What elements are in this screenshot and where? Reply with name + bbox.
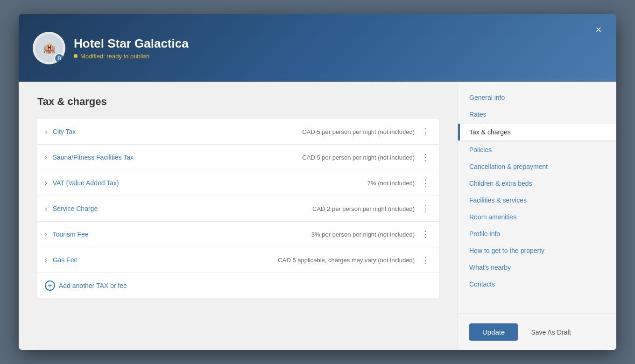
sidebar-nav-item[interactable]: What's nearby <box>458 259 616 276</box>
tax-value: CAD 5 per person per night (not included… <box>302 154 415 161</box>
modal-body: Tax & charges › City Tax CAD 5 per perso… <box>19 82 616 350</box>
nav-item-label: Children & extra beds <box>469 180 532 187</box>
tax-value: CAD 2 per person per night (included) <box>312 205 415 212</box>
nav-item-label: Room amenities <box>469 213 516 221</box>
save-draft-button[interactable]: Save As Draft <box>523 323 579 341</box>
nav-item-label: Facilities & services <box>469 196 527 204</box>
hotel-logo: 🏨 B <box>33 32 65 64</box>
tax-item: › City Tax CAD 5 per person per night (n… <box>37 119 439 145</box>
sidebar-nav-item[interactable]: Room amenities <box>458 209 616 225</box>
page-title: Tax & charges <box>37 96 439 108</box>
nav-item-label: General info <box>469 94 505 101</box>
sidebar-nav-item[interactable]: Cancellation & prepayment <box>458 158 616 175</box>
chevron-right-icon[interactable]: › <box>45 205 47 212</box>
sidebar-nav-item[interactable]: Contacts <box>458 276 616 293</box>
status-dot-icon <box>74 54 78 58</box>
more-options-icon[interactable]: ⋮ <box>419 151 431 163</box>
sidebar-nav-item[interactable]: General info <box>458 89 616 106</box>
close-button[interactable]: × <box>591 22 606 37</box>
nav-item-label: Tax & charges <box>469 128 511 136</box>
plus-circle-icon: + <box>45 280 55 291</box>
sidebar-nav-item[interactable]: Policies <box>458 141 616 158</box>
tax-value: 3% per person per night (not included) <box>311 231 415 238</box>
tax-name[interactable]: Tourism Fee <box>53 231 311 238</box>
add-tax-button[interactable]: +Add another TAX or fee <box>37 273 134 298</box>
chevron-right-icon[interactable]: › <box>45 128 47 135</box>
nav-item-label: Cancellation & prepayment <box>469 163 548 170</box>
tax-name[interactable]: Service Charge <box>53 205 312 212</box>
sidebar-nav-item[interactable]: Profile info <box>458 225 616 242</box>
nav-item-label: Contacts <box>469 280 495 288</box>
nav-item-label: How to get to the property <box>469 247 544 254</box>
status-text: Modified: ready to publish <box>80 53 149 60</box>
hotel-status: Modified: ready to publish <box>74 53 189 60</box>
nav-item-label: Profile info <box>469 230 500 238</box>
chevron-right-icon[interactable]: › <box>45 256 47 264</box>
modal-header: × 🏨 B Hotel Star Galactica Modified: rea… <box>19 14 616 82</box>
more-options-icon[interactable]: ⋮ <box>419 177 431 189</box>
more-options-icon[interactable]: ⋮ <box>419 126 431 138</box>
hotel-info: Hotel Star Galactica Modified: ready to … <box>74 36 189 60</box>
sidebar-nav-item[interactable]: How to get to the property <box>458 242 616 259</box>
tax-name[interactable]: Gas Fee <box>53 256 278 264</box>
sidebar-nav-item[interactable]: Tax & charges <box>458 124 616 140</box>
tax-list: › City Tax CAD 5 per person per night (n… <box>37 119 439 298</box>
more-options-icon[interactable]: ⋮ <box>419 254 431 266</box>
chevron-right-icon[interactable]: › <box>45 154 47 161</box>
modal: × 🏨 B Hotel Star Galactica Modified: rea… <box>19 14 616 350</box>
tax-value: 7% (not included) <box>367 180 415 187</box>
update-button[interactable]: Update <box>469 323 518 341</box>
tax-item: › VAT (Value Added Tax) 7% (not included… <box>37 170 439 196</box>
sidebar: General infoRatesTax & chargesPoliciesCa… <box>458 82 616 350</box>
nav-item-label: Rates <box>469 111 487 118</box>
tax-name[interactable]: City Tax <box>53 128 303 135</box>
chevron-right-icon[interactable]: › <box>45 179 47 187</box>
tax-name[interactable]: VAT (Value Added Tax) <box>53 179 367 187</box>
tax-item: › Sauna/Fitness Facilities Tax CAD 5 per… <box>37 145 439 170</box>
tax-value: CAD 5 applicable, charges may vary (not … <box>278 257 415 264</box>
tax-name[interactable]: Sauna/Fitness Facilities Tax <box>53 154 303 161</box>
tax-item: › Service Charge CAD 2 per person per ni… <box>37 196 439 222</box>
nav-item-label: What's nearby <box>469 264 511 271</box>
more-options-icon[interactable]: ⋮ <box>419 203 431 215</box>
hotel-badge: B <box>54 53 64 63</box>
tax-value: CAD 5 per person per night (not included… <box>302 128 415 135</box>
chevron-right-icon[interactable]: › <box>45 231 47 238</box>
more-options-icon[interactable]: ⋮ <box>419 228 431 240</box>
hotel-name: Hotel Star Galactica <box>74 36 189 51</box>
tax-item: › Gas Fee CAD 5 applicable, charges may … <box>37 247 439 273</box>
sidebar-nav-item[interactable]: Children & extra beds <box>458 175 616 192</box>
add-tax-label: Add another TAX or fee <box>59 282 127 289</box>
nav-item-label: Policies <box>469 146 492 154</box>
sidebar-footer: Update Save As Draft <box>458 314 616 350</box>
nav-list: General infoRatesTax & chargesPoliciesCa… <box>458 82 616 314</box>
main-content: Tax & charges › City Tax CAD 5 per perso… <box>19 82 458 350</box>
tax-item: › Tourism Fee 3% per person per night (n… <box>37 222 439 247</box>
sidebar-nav-item[interactable]: Facilities & services <box>458 192 616 209</box>
sidebar-nav-item[interactable]: Rates <box>458 106 616 123</box>
